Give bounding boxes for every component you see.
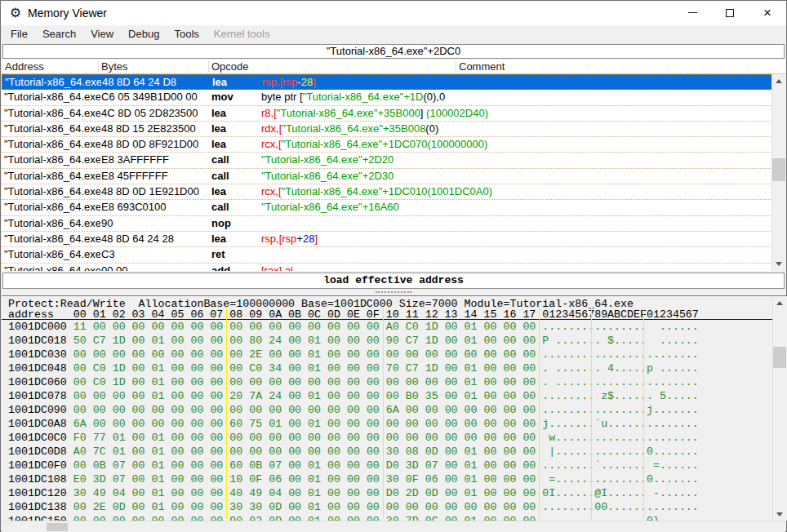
disasm-row[interactable]: "Tutorial-x86_64.exe4C 8D 05 2D823500lea… — [2, 106, 772, 122]
hex-row[interactable]: 1001DC018 50 C7 1D 00 01 00 00 00 00 80 … — [8, 334, 767, 348]
menu-item-tools[interactable]: Tools — [167, 25, 206, 43]
hex-address-cell: 1001DC0C0 — [8, 432, 67, 444]
disasm-row[interactable]: "Tutorial-x86_64.exeC3ret — [2, 247, 772, 263]
disasm-address-cell: "Tutorial-x86_64.exe — [4, 106, 100, 121]
disasm-mnemonic-cell: lea — [211, 122, 226, 136]
disasm-row[interactable]: "Tutorial-x86_64.exe00 00add[rax],al — [2, 264, 772, 271]
disasm-operands-cell: rcx,["Tutorial-x86_64.exe"+1DC010(1001DC… — [261, 184, 492, 199]
disasm-bytes-cell: 00 00 — [101, 264, 128, 271]
hex-row[interactable]: 1001DC120 30 49 04 00 01 00 00 00 40 49 … — [8, 486, 767, 500]
memory-viewer-window: ⚙ Memory Viewer — × FileSearchViewDebugT… — [0, 0, 787, 532]
disasm-row[interactable]: "Tutorial-x86_64.exeC6 05 349B1D00 00mov… — [2, 90, 772, 105]
hex-row[interactable]: 1001DC138 00 2E 0D 00 01 00 00 00 30 30 … — [8, 500, 767, 514]
window-title: Memory Viewer — [28, 7, 107, 20]
hex-row[interactable]: 1001DC108 E0 3D 07 00 01 00 00 00 10 0F … — [8, 472, 767, 486]
disasm-bytes-cell: 48 8D 15 2E823500 — [101, 122, 196, 136]
menu-bar: FileSearchViewDebugToolsKernel tools — [1, 25, 786, 43]
disasm-row[interactable]: "Tutorial-x86_64.exe48 8D 0D 8F921D00lea… — [2, 137, 772, 153]
disassembly-list: "Tutorial-x86_64.exe48 8D 64 24 D8learsp… — [2, 74, 772, 271]
current-address-bar[interactable]: "Tutorial-x86_64.exe"+2DC0 — [2, 44, 785, 59]
disasm-bytes-cell: 48 8D 0D 1E921D00 — [101, 184, 199, 199]
disassembler-scrollbar[interactable] — [771, 74, 785, 271]
disasm-operands-cell: "Tutorial-x86_64.exe"+2D30 — [261, 169, 394, 184]
hex-address-cell: 1001DC0A8 — [8, 418, 67, 430]
disasm-row[interactable]: "Tutorial-x86_64.exe48 8D 15 2E823500lea… — [2, 122, 772, 137]
disasm-address-cell: "Tutorial-x86_64.exe — [4, 153, 100, 167]
hex-address-cell: 1001DC138 — [8, 501, 67, 513]
byte-group-separator — [383, 308, 384, 519]
disasm-operands-cell: rdx,["Tutorial-x86_64.exe"+35B008(0) — [261, 122, 438, 136]
hex-address-cell: 1001DC090 — [8, 404, 67, 416]
scroll-up-icon[interactable] — [772, 74, 785, 88]
instruction-info-bar: load effective address — [2, 273, 785, 289]
cheat-engine-gear-icon: ⚙ — [8, 6, 23, 20]
disasm-mnemonic-cell: add — [211, 264, 230, 271]
disasm-bytes-cell: 48 8D 0D 8F921D00 — [101, 137, 198, 152]
hex-row[interactable]: 1001DC0D8 A0 7C 01 00 01 00 00 00 00 00 … — [8, 445, 767, 459]
scroll-down-icon[interactable] — [773, 508, 786, 521]
scroll-up-icon[interactable] — [773, 296, 786, 310]
ascii-group-separator — [643, 308, 644, 519]
disasm-row[interactable]: "Tutorial-x86_64.exe48 8D 64 24 28learsp… — [2, 232, 772, 247]
disasm-bytes-cell: 4C 8D 05 2D823500 — [101, 106, 198, 121]
hexview-scrollbar[interactable] — [772, 296, 786, 521]
disasm-address-cell: "Tutorial-x86_64.exe — [4, 90, 100, 104]
column-divider[interactable] — [208, 60, 209, 72]
scrollbar-thumb[interactable] — [772, 158, 785, 181]
disasm-operands-cell: [rax],al — [261, 264, 293, 271]
hex-address-cell: 1001DC120 — [8, 487, 67, 499]
column-divider[interactable] — [98, 60, 99, 72]
disasm-mnemonic-cell: nop — [211, 216, 231, 231]
disasm-address-cell: "Tutorial-x86_64.exe — [4, 264, 100, 271]
menu-item-search[interactable]: Search — [35, 25, 83, 43]
disasm-address-cell: "Tutorial-x86_64.exe — [4, 184, 100, 199]
disasm-row[interactable]: "Tutorial-x86_64.exeE8 45FFFFFFcall"Tuto… — [2, 169, 772, 184]
disasm-row[interactable]: "Tutorial-x86_64.exeE8 693C0100call"Tuto… — [2, 200, 772, 215]
menu-item-file[interactable]: File — [3, 25, 35, 43]
column-header-address[interactable]: Address — [5, 60, 44, 73]
hex-address-cell: 1001DC030 — [8, 348, 67, 361]
scrollbar-thumb[interactable] — [47, 523, 68, 531]
splitter-grip-icon[interactable] — [376, 291, 411, 294]
hex-row[interactable]: 1001DC150 00 00 00 00 00 00 00 00 90 02 … — [8, 514, 767, 521]
hex-row[interactable]: 1001DC030 00 00 00 00 00 00 00 00 00 2E … — [8, 348, 767, 361]
close-button[interactable]: × — [749, 1, 786, 25]
hex-row[interactable]: 1001DC078 00 00 00 00 01 00 00 00 20 7A … — [8, 389, 767, 403]
disasm-address-cell: "Tutorial-x86_64.exe — [4, 232, 100, 246]
menu-item-view[interactable]: View — [83, 25, 121, 43]
disasm-operands-cell: rsp,[rsp+28] — [261, 232, 318, 246]
column-header-comment[interactable]: Comment — [459, 60, 505, 73]
column-header-bytes[interactable]: Bytes — [101, 60, 128, 73]
maximize-button[interactable] — [711, 1, 749, 25]
minimize-button[interactable]: — — [674, 1, 711, 25]
close-icon: × — [763, 5, 771, 20]
disasm-row[interactable]: "Tutorial-x86_64.exe90nop — [2, 216, 772, 232]
hex-row[interactable]: 1001DC0A8 6A 00 00 00 00 00 00 00 60 75 … — [8, 417, 767, 431]
hex-address-cell: 1001DC150 — [8, 515, 67, 521]
maximize-icon — [726, 9, 734, 17]
byte-group-separator — [226, 308, 227, 519]
column-divider[interactable] — [456, 60, 456, 72]
hex-row[interactable]: 1001DC0F0 00 0B 07 00 01 00 00 00 60 0B … — [8, 459, 767, 472]
disasm-row[interactable]: "Tutorial-x86_64.exeE8 3AFFFFFFcall"Tuto… — [2, 153, 772, 168]
disasm-address-cell: "Tutorial-x86_64.exe — [4, 247, 100, 262]
disasm-mnemonic-cell: call — [211, 169, 229, 184]
scroll-down-icon[interactable] — [772, 257, 785, 271]
disasm-row[interactable]: "Tutorial-x86_64.exe48 8D 0D 1E921D00lea… — [2, 184, 772, 200]
menu-item-kernel-tools[interactable]: Kernel tools — [207, 25, 278, 43]
disasm-address-cell: "Tutorial-x86_64.exe — [4, 169, 100, 184]
hex-row[interactable]: 1001DC090 00 00 00 00 00 00 00 00 00 00 … — [8, 403, 767, 417]
menu-item-debug[interactable]: Debug — [121, 25, 167, 43]
hex-address-cell: 1001DC0F0 — [8, 459, 67, 472]
disasm-bytes-cell: C3 — [101, 247, 115, 262]
disasm-row[interactable]: "Tutorial-x86_64.exe48 8D 64 24 D8learsp… — [2, 74, 772, 90]
hex-address-cell: 1001DC048 — [8, 362, 67, 375]
hexview-horizontal-scrollbar[interactable] — [2, 521, 785, 532]
column-header-opcode[interactable]: Opcode — [211, 60, 249, 73]
scrollbar-thumb[interactable] — [773, 347, 786, 368]
hex-row[interactable]: 1001DC060 00 C0 1D 00 01 00 00 00 00 00 … — [8, 375, 767, 389]
hex-row[interactable]: 1001DC0C0 F0 77 01 00 01 00 00 00 00 00 … — [8, 431, 767, 445]
hex-row[interactable]: 1001DC048 00 C0 1D 00 01 00 00 00 00 C0 … — [8, 361, 767, 375]
hex-row[interactable]: 1001DC000 11 00 00 00 00 00 00 00 00 00 … — [8, 320, 767, 334]
hex-view: Protect:Read/Write AllocationBase=100000… — [2, 295, 787, 521]
